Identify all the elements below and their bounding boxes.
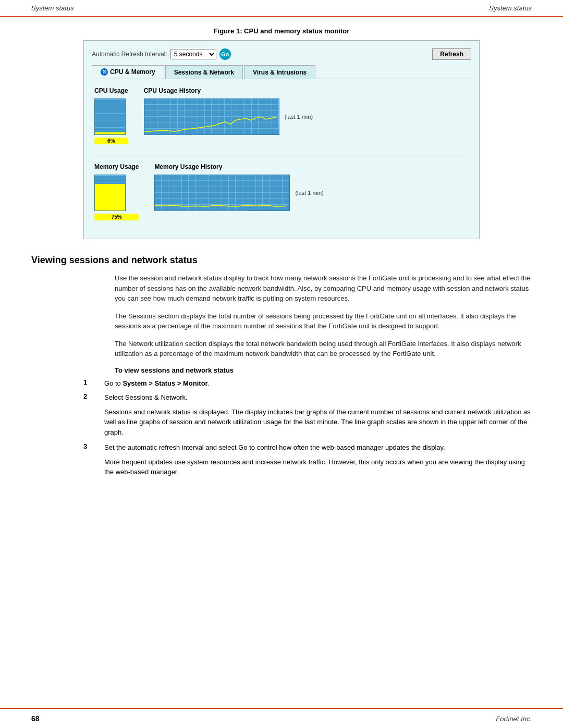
grid-cell [212,99,218,105]
grid-cell [205,111,212,117]
cpu-history-grid [144,99,279,134]
cpu-history-chart [144,98,279,135]
grid-cell [202,181,209,187]
grid-cell [212,122,218,128]
grid-cell [252,99,259,105]
grid-cell [171,129,178,134]
grid-cell [218,105,225,110]
grid-cell [265,105,272,110]
step-2: 2 Select Sessions & Network. [83,392,532,403]
grid-cell [238,122,245,128]
grid-cell [245,129,252,134]
cpu-usage-row: CPU Usage 6% [94,87,469,144]
refresh-interval-select[interactable]: 5 seconds 10 seconds 30 seconds 1 minute [170,49,216,59]
grid-cell [263,187,270,193]
grid-cell [164,105,171,110]
grid-cell [144,111,151,117]
grid-cell [270,175,276,181]
grid-cell [231,111,238,117]
grid-cell [182,205,189,211]
grid-cell [205,105,212,110]
grid-cell [209,175,216,181]
grid-cell [164,117,171,122]
grid-cell [182,175,189,181]
grid-cell [212,105,218,110]
header-bar: System status System status [0,0,563,17]
grid-cell [191,129,198,134]
tab-sessions-label: Sessions & Network [174,69,234,76]
grid-cell [229,205,236,211]
grid-cell [157,105,164,110]
grid-cell [276,175,283,181]
grid-cell [242,193,249,199]
grid-cell [263,199,270,204]
grid-cell [218,99,225,105]
mem-history-grid [155,175,289,211]
grid-cell [252,111,259,117]
sub-heading: To view sessions and network status [115,366,532,374]
step-1-num: 1 [83,378,99,389]
grid-cell [198,105,205,110]
grid-cell [242,181,249,187]
grid-cell [222,205,229,211]
grid-cell [151,111,158,117]
grid-cell [256,181,263,187]
tab-cpu-memory[interactable]: ⚒ CPU & Memory [92,65,164,79]
go-button[interactable]: Go [219,48,231,60]
grid-cell [222,181,229,187]
grid-cell [205,129,212,134]
grid-cell [162,175,168,181]
grid-cell [252,117,259,122]
grid-cell [157,129,164,134]
grid-cell [195,193,202,199]
grid-cell [171,111,178,117]
grid-cell [276,187,283,193]
grid-cell [155,205,162,211]
grid-cell [263,193,270,199]
grid-cell [222,175,229,181]
grid-cell [168,199,175,204]
grid-cell [238,117,245,122]
cpu-history-title: CPU Usage History [144,87,313,94]
grid-cell [178,105,185,110]
grid-cell [236,187,242,193]
grid-cell [222,187,229,193]
grid-cell [245,122,252,128]
grid-cell [171,117,178,122]
grid-cell [222,199,229,204]
grid-cell [270,181,276,187]
refresh-button[interactable]: Refresh [432,48,471,60]
grid-cell [209,205,216,211]
grid-cell [164,111,171,117]
step-3-content: Set the automatic refresh interval and s… [104,442,532,453]
bar-line [95,99,125,100]
grid-cell [231,99,238,105]
grid-cell [249,199,256,204]
grid-cell [171,99,178,105]
grid-cell [162,193,168,199]
grid-cell [229,199,236,204]
grid-cell [249,181,256,187]
usage-divider [94,155,469,155]
grid-cell [272,105,279,110]
grid-cell [236,181,242,187]
grid-cell [157,99,164,105]
grid-cell [175,181,182,187]
grid-cell [155,187,162,193]
grid-cell [212,117,218,122]
content-area: Figure 1: CPU and memory status monitor … [0,27,563,477]
grid-cell [155,193,162,199]
grid-cell [231,122,238,128]
page-container: System status System status Figure 1: CP… [0,0,563,728]
cpu-usage-percent: 6% [94,138,128,144]
grid-cell [195,205,202,211]
tab-sessions-network[interactable]: Sessions & Network [165,65,243,79]
grid-cell [238,111,245,117]
header-right: System status [489,4,532,12]
cpu-memory-content: CPU Usage 6% [92,87,471,220]
tab-virus-intrusions[interactable]: Virus & Intrusions [244,65,315,79]
grid-cell [283,193,289,199]
grid-cell [151,117,158,122]
grid-cell [245,105,252,110]
grid-cell [144,117,151,122]
